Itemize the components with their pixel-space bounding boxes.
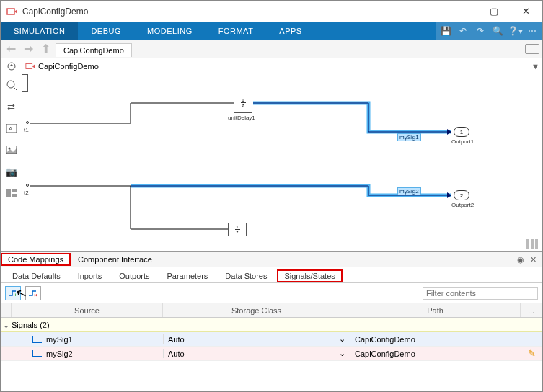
svg-rect-2 <box>26 63 32 68</box>
maximize-button[interactable]: ▢ <box>477 1 510 22</box>
back-icon[interactable]: ⬅ <box>4 42 18 56</box>
image-icon[interactable] <box>5 143 18 156</box>
model-icon <box>25 61 35 71</box>
forward-icon[interactable]: ➡ <box>21 42 35 56</box>
signal-icon <box>32 350 42 357</box>
tab-modeling[interactable]: MODELING <box>134 22 206 40</box>
panel-close-icon[interactable]: ✕ <box>530 255 537 264</box>
cell-path: CapiConfigDemo <box>355 335 415 344</box>
screenshot-icon[interactable]: 📷 <box>5 165 18 178</box>
close-button[interactable]: ✕ <box>510 1 542 22</box>
toolstrip: SIMULATION DEBUG MODELING FORMAT APPS 💾 … <box>1 22 542 40</box>
annotation-icon[interactable]: A <box>5 122 18 135</box>
svg-rect-11 <box>12 194 17 197</box>
signal-label-mysig1[interactable]: mySig1 <box>397 133 421 141</box>
outport1-label: Outport1 <box>451 138 474 145</box>
filter-input[interactable] <box>423 287 538 300</box>
block-fragment[interactable] <box>22 74 28 92</box>
svg-text:A: A <box>9 125 13 132</box>
subtab-inports[interactable]: Inports <box>71 270 110 282</box>
grid-header: Source Storage Class Path ... <box>1 303 542 318</box>
subtab-signals-states[interactable]: Signals/States <box>277 270 342 282</box>
redo-icon[interactable]: ↷ <box>474 25 486 37</box>
save-icon[interactable]: 💾 <box>440 25 451 37</box>
model-path-dropdown-icon[interactable]: ▼ <box>531 62 539 71</box>
title-bar: CapiConfigDemo ― ▢ ✕ <box>1 1 542 22</box>
model-browser-row: CapiConfigDemo ▼ <box>1 58 542 74</box>
col-more[interactable]: ... <box>521 303 542 317</box>
block-unitdelay1-label: unitDelay1 <box>228 115 255 121</box>
more-icon[interactable]: ⋯ <box>526 25 538 37</box>
cell-storage: Auto <box>168 349 185 358</box>
panel-maximize-icon[interactable]: ◉ <box>517 255 524 264</box>
window-title: CapiConfigDemo <box>22 6 445 17</box>
cell-path: CapiConfigDemo <box>355 349 415 358</box>
remove-signal-button[interactable]: × <box>25 286 41 300</box>
inport-t2-label: t2 <box>24 190 29 196</box>
group-signals[interactable]: ⌄ Signals (2) <box>1 318 542 332</box>
tab-apps[interactable]: APPS <box>266 22 314 40</box>
keyboard-icon[interactable] <box>525 44 539 54</box>
subtab-data-defaults[interactable]: Data Defaults <box>5 270 68 282</box>
explorer-bar: ⬅ ➡ ⬆ CapiConfigDemo <box>1 40 542 58</box>
minimize-button[interactable]: ― <box>445 1 477 22</box>
canvas[interactable]: t1 t2 1z unitDelay1 1z mySig1 mySig2 1 O… <box>22 74 542 251</box>
table-row[interactable]: mySig2 Auto⌄ CapiConfigDemo ✎ <box>1 347 542 361</box>
model-path-text[interactable]: CapiConfigDemo <box>38 62 99 71</box>
simulink-app-icon <box>6 6 18 17</box>
svg-line-4 <box>14 87 17 90</box>
block-unitdelay1[interactable]: 1z <box>234 92 252 113</box>
svg-text:+: + <box>14 292 17 298</box>
cell-source: mySig1 <box>46 335 73 344</box>
undo-icon[interactable]: ↶ <box>457 25 469 37</box>
svg-rect-10 <box>12 189 17 192</box>
inport-t1-label: t1 <box>24 127 29 133</box>
col-storage-class[interactable]: Storage Class <box>163 303 350 317</box>
signals-toolbar: + × <box>1 283 542 303</box>
group-signals-label: Signals (2) <box>12 321 50 329</box>
col-path[interactable]: Path <box>350 303 521 317</box>
signal-label-mysig2[interactable]: mySig2 <box>397 187 421 195</box>
col-source[interactable]: Source <box>12 303 163 317</box>
svg-rect-0 <box>7 9 14 14</box>
workspace: ⇄ A 📷 t1 t2 1z unitDelay1 <box>1 74 542 251</box>
up-icon[interactable]: ⬆ <box>38 42 53 56</box>
tab-code-mappings[interactable]: Code Mappings <box>1 253 71 266</box>
signal-icon <box>32 336 42 343</box>
model-browser-toggle[interactable] <box>1 58 22 74</box>
tab-debug[interactable]: DEBUG <box>78 22 134 40</box>
zoom-fit-icon[interactable] <box>5 79 18 92</box>
tab-simulation[interactable]: SIMULATION <box>1 22 78 40</box>
edit-icon[interactable]: ✎ <box>528 348 536 359</box>
search-icon[interactable]: 🔍 <box>492 25 503 37</box>
svg-rect-9 <box>6 189 11 197</box>
outport1[interactable]: 1 <box>454 127 469 137</box>
inport-t1[interactable] <box>26 121 29 124</box>
canvas-scrollbar[interactable] <box>526 239 538 249</box>
panel-tabs: Code Mappings Component Interface ◉ ✕ <box>1 251 542 267</box>
quick-access-toolbar: 💾 ↶ ↷ 🔍 ❔▾ ⋯ <box>436 22 542 40</box>
palette: ⇄ A 📷 <box>1 74 22 251</box>
block-unitdelay2-fragment[interactable]: 1z <box>228 223 247 236</box>
outport2[interactable]: 2 <box>454 190 469 200</box>
subtab-parameters[interactable]: Parameters <box>159 270 215 282</box>
model-tab[interactable]: CapiConfigDemo <box>56 43 132 57</box>
cell-source: mySig2 <box>46 349 73 358</box>
inport-t2[interactable] <box>26 184 29 187</box>
table-row[interactable]: mySig1 Auto⌄ CapiConfigDemo <box>1 332 542 347</box>
dropdown-icon[interactable]: ⌄ <box>339 334 345 344</box>
subtab-data-stores[interactable]: Data Stores <box>218 270 274 282</box>
viewmarks-icon[interactable] <box>5 187 18 200</box>
tab-format[interactable]: FORMAT <box>206 22 267 40</box>
tab-component-interface[interactable]: Component Interface <box>71 253 159 266</box>
hide-show-icon[interactable]: ⇄ <box>5 100 18 113</box>
help-dropdown-icon[interactable]: ❔▾ <box>509 25 521 37</box>
svg-text:×: × <box>34 292 37 298</box>
add-signal-button[interactable]: + <box>5 286 21 300</box>
dropdown-icon[interactable]: ⌄ <box>339 349 345 358</box>
chevron-down-icon: ⌄ <box>3 321 12 330</box>
cell-storage: Auto <box>168 335 185 344</box>
code-mappings-subtabs: Data Defaults Inports Outports Parameter… <box>1 267 542 283</box>
subtab-outports[interactable]: Outports <box>112 270 156 282</box>
signal-lines <box>22 74 542 251</box>
